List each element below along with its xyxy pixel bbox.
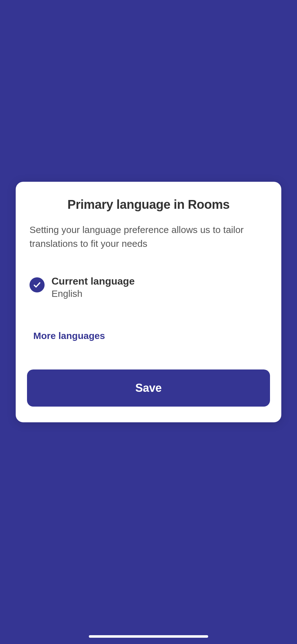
save-button[interactable]: Save <box>27 369 270 407</box>
check-icon <box>30 277 45 292</box>
current-language-label: Current language <box>51 275 135 287</box>
language-settings-card: Primary language in Rooms Setting your l… <box>16 182 281 422</box>
home-indicator[interactable] <box>89 635 208 638</box>
more-languages-link[interactable]: More languages <box>27 330 270 341</box>
card-description: Setting your language preference allows … <box>27 223 270 250</box>
current-language-value: English <box>51 288 135 299</box>
card-title: Primary language in Rooms <box>27 197 270 212</box>
current-language-text: Current language English <box>51 275 135 299</box>
current-language-row[interactable]: Current language English <box>27 275 270 299</box>
